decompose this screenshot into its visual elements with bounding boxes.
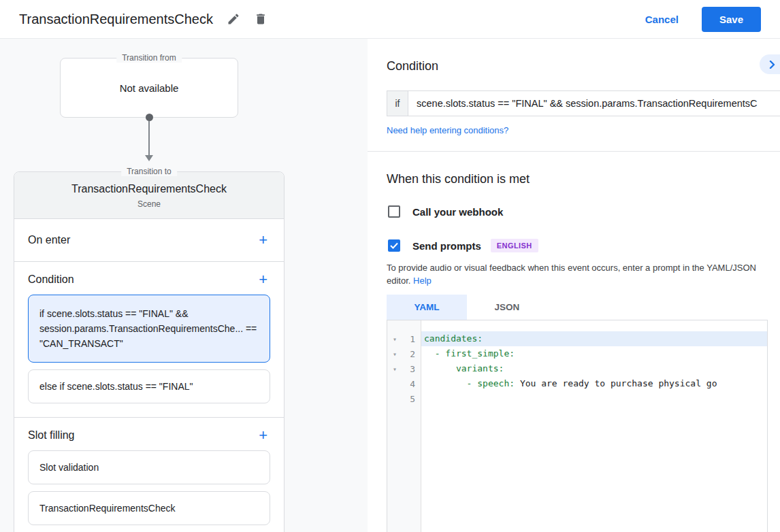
on-enter-title: On enter [28,234,70,246]
yaml-key-text: - first_simple: [424,348,515,359]
fold-arrow-icon[interactable]: ▾ [387,365,402,373]
condition-panel-title: Condition [387,59,438,73]
code-line[interactable]: - speech: You are ready to purchase phys… [421,376,767,391]
tab-json[interactable]: JSON [467,295,547,320]
save-button[interactable]: Save [702,7,761,32]
gutter-row: ▾3 [387,361,421,376]
transition-from-box: Transition from Not available [60,58,238,118]
line-number: 1 [402,334,421,344]
arrow-line [148,121,150,155]
condition-item[interactable]: else if scene.slots.status == "FINAL" [28,369,270,403]
delete-button[interactable] [254,12,267,26]
if-label: if [387,91,408,116]
page-title: TransactionRequirementsCheck [19,12,213,27]
condition-section: Condition + if scene.slots.status == "FI… [14,262,284,418]
code-line[interactable] [421,391,767,406]
language-badge: ENGLISH [491,239,538,252]
condition-items: if scene.slots.status == "FINAL" && sess… [28,295,270,403]
scene-type: Scene [25,199,273,209]
fold-arrow-icon[interactable]: ▾ [387,350,402,358]
yaml-value-text: You are ready to purchase physical go [515,378,717,388]
check-icon [390,242,398,249]
transition-from-label: Transition from [116,53,182,63]
scene-card: Transition to TransactionRequirementsChe… [14,171,285,532]
condition-section-title: Condition [28,273,74,286]
code-area[interactable]: candidates: - first_simple: variants: - … [421,320,767,532]
detail-panel: Condition if scene.slots.status == "FINA… [368,39,780,532]
main-area: Transition from Not available Transition… [0,39,780,532]
pencil-icon [227,12,240,26]
chevron-right-icon [768,61,776,69]
scene-card-header[interactable]: TransactionRequirementsCheck Scene [14,172,284,219]
gutter-row: 4 [387,376,421,391]
transition-arrow [144,114,155,161]
slot-filling-section: Slot filling + Slot validationTransactio… [14,418,284,532]
top-bar: TransactionRequirementsCheck Cancel Save [0,0,780,39]
edit-button[interactable] [227,12,240,26]
arrow-dot [146,114,153,121]
slot-filling-item[interactable]: TransactionRequirementsCheck [28,491,270,525]
add-condition-button[interactable]: + [256,273,270,286]
yaml-key-text: - speech: [424,378,515,388]
condition-expression-row: if scene.slots.status == "FINAL" && sess… [387,90,780,116]
gutter-row: 5 [387,391,421,406]
when-condition-title: When this condition is met [387,172,780,186]
gutter-row: ▾2 [387,346,421,361]
tab-yaml[interactable]: YAML [387,295,467,320]
gutter-row: ▾1 [387,331,421,346]
transition-from-content: Not available [61,59,238,117]
help-link[interactable]: Help [413,276,432,286]
condition-item[interactable]: if scene.slots.status == "FINAL" && sess… [28,295,270,363]
send-prompts-checkbox[interactable] [388,239,400,252]
send-prompts-label[interactable]: Send prompts [412,240,481,252]
add-slot-button[interactable]: + [256,429,270,442]
slot-filling-title: Slot filling [28,429,74,442]
line-number: 5 [402,394,421,404]
flow-canvas: Transition from Not available Transition… [0,39,368,532]
cancel-button[interactable]: Cancel [645,14,679,25]
editor-tabs: YAMLJSON [387,295,780,320]
yaml-editor: ▾1▾2▾345 candidates: - first_simple: var… [387,320,768,532]
trash-icon [254,12,267,26]
arrow-head-icon [145,155,153,161]
line-number: 2 [402,349,421,359]
code-line[interactable]: - first_simple: [421,346,767,361]
scene-name: TransactionRequirementsCheck [25,183,273,195]
yaml-key-text: candidates: [424,333,483,344]
editor-gutter: ▾1▾2▾345 [387,320,421,532]
collapse-panel-button[interactable] [760,54,780,74]
app-window: TransactionRequirementsCheck Cancel Save… [0,0,780,532]
transition-to-label: Transition to [121,167,177,176]
prompt-hint: To provide audio or visual feedback when… [387,261,768,287]
panel-divider [368,151,780,152]
condition-input[interactable]: scene.slots.status == "FINAL" && session… [408,91,780,116]
line-number: 4 [402,379,421,389]
add-on-enter-button[interactable]: + [256,233,270,247]
line-number: 3 [402,364,421,374]
conditions-help-link[interactable]: Need help entering conditions? [387,125,508,135]
webhook-label[interactable]: Call your webhook [412,206,503,218]
slot-filling-item[interactable]: Slot validation [28,450,270,484]
on-enter-section: On enter + [14,219,284,262]
prompt-hint-text: To provide audio or visual feedback when… [387,263,756,286]
code-line[interactable]: variants: [421,361,767,376]
slot-items: Slot validationTransactionRequirementsCh… [28,450,270,525]
webhook-checkbox[interactable] [388,205,400,218]
fold-arrow-icon[interactable]: ▾ [387,335,402,343]
code-line[interactable]: candidates: [421,331,767,346]
yaml-key-text: variants: [424,363,504,373]
